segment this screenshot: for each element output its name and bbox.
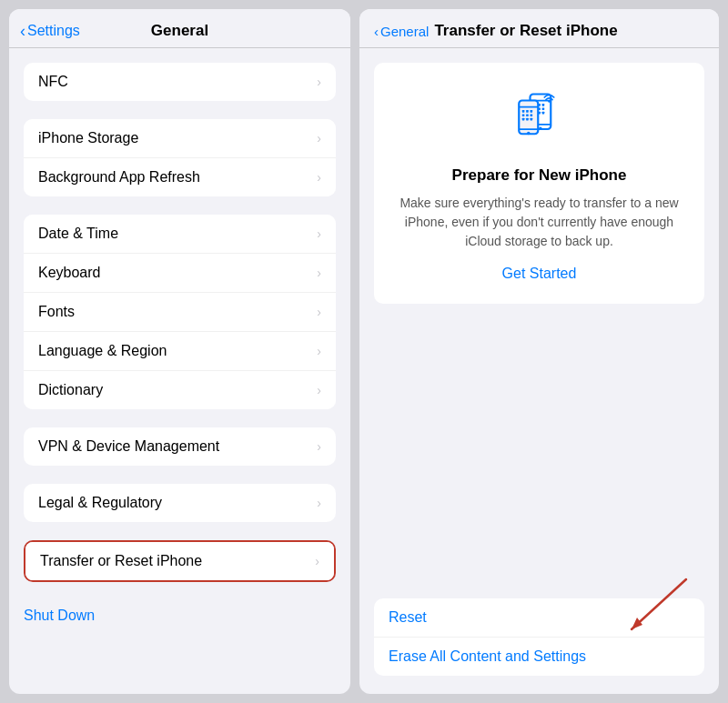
left-nav-title: General <box>151 22 208 40</box>
vpn-label: VPN & Device Management <box>38 438 219 455</box>
vpn-item[interactable]: VPN & Device Management › <box>24 427 336 466</box>
legal-item[interactable]: Legal & Regulatory › <box>24 484 336 522</box>
refresh-chevron-icon: › <box>317 170 321 185</box>
red-arrow-indicator <box>613 575 695 638</box>
svg-point-16 <box>527 132 531 136</box>
svg-rect-9 <box>541 107 544 110</box>
back-chevron-icon: ‹ <box>20 23 25 39</box>
iphone-storage-item[interactable]: iPhone Storage › <box>24 119 336 158</box>
settings-list: NFC › iPhone Storage › Background App Re… <box>9 48 350 694</box>
svg-rect-18 <box>526 110 529 113</box>
prepare-card: Prepare for New iPhone Make sure everyth… <box>374 63 704 304</box>
prepare-title: Prepare for New iPhone <box>452 166 627 185</box>
vpn-chevron-icon: › <box>317 439 321 454</box>
back-label: Settings <box>27 23 80 39</box>
svg-rect-12 <box>541 112 544 115</box>
erase-all-item[interactable]: Erase All Content and Settings <box>374 638 704 676</box>
svg-point-26 <box>548 100 551 103</box>
right-panel: ‹ General Transfer or Reset iPhone <box>359 9 719 694</box>
reset-label: Reset <box>389 609 427 625</box>
svg-rect-19 <box>530 110 532 113</box>
background-refresh-item[interactable]: Background App Refresh › <box>24 158 336 196</box>
svg-rect-17 <box>521 110 524 113</box>
keyboard-label: Keyboard <box>38 265 101 281</box>
transfer-chevron-icon: › <box>315 554 319 568</box>
keyboard-chevron-icon: › <box>317 266 321 280</box>
svg-rect-6 <box>541 104 544 106</box>
vpn-group: VPN & Device Management › <box>24 427 336 466</box>
dictionary-chevron-icon: › <box>317 383 321 397</box>
phones-icon <box>508 85 571 148</box>
right-back-chevron-icon: ‹ <box>374 24 379 39</box>
left-panel: ‹ Settings General NFC › iPhone Storage … <box>9 9 350 694</box>
language-region-item[interactable]: Language & Region › <box>24 332 336 371</box>
phone-icon-wrapper <box>508 85 571 152</box>
prepare-description: Make sure everything's ready to transfer… <box>392 194 686 251</box>
settings-back-button[interactable]: ‹ Settings <box>20 23 80 39</box>
svg-rect-22 <box>530 114 532 116</box>
left-nav-bar: ‹ Settings General <box>9 9 350 48</box>
svg-marker-28 <box>632 618 642 629</box>
nfc-group: NFC › <box>24 63 336 101</box>
datetime-chevron-icon: › <box>317 226 321 241</box>
nfc-chevron-icon: › <box>317 75 321 89</box>
background-refresh-label: Background App Refresh <box>38 169 200 186</box>
svg-rect-23 <box>521 118 524 121</box>
svg-rect-25 <box>530 118 532 121</box>
language-chevron-icon: › <box>317 344 321 358</box>
fonts-label: Fonts <box>38 304 75 320</box>
get-started-button[interactable]: Get Started <box>502 266 577 282</box>
right-nav-title: Transfer or Reset iPhone <box>434 22 617 40</box>
erase-all-label: Erase All Content and Settings <box>389 648 586 664</box>
date-time-item[interactable]: Date & Time › <box>24 215 336 254</box>
svg-rect-24 <box>526 118 529 121</box>
legal-label: Legal & Regulatory <box>38 495 162 511</box>
svg-point-3 <box>539 126 542 130</box>
keyboard-item[interactable]: Keyboard › <box>24 254 336 293</box>
nfc-item[interactable]: NFC › <box>24 63 336 101</box>
right-back-label: General <box>380 24 429 39</box>
shutdown-button[interactable]: Shut Down <box>9 600 350 631</box>
dictionary-label: Dictionary <box>38 382 103 398</box>
legal-group: Legal & Regulatory › <box>24 484 336 522</box>
fonts-chevron-icon: › <box>317 305 321 319</box>
legal-chevron-icon: › <box>317 496 321 510</box>
fonts-item[interactable]: Fonts › <box>24 293 336 332</box>
svg-rect-20 <box>521 114 524 116</box>
general-back-button[interactable]: ‹ General <box>374 24 429 39</box>
svg-rect-21 <box>526 114 529 116</box>
bottom-section-wrapper: Reset Erase All Content and Settings <box>374 598 704 679</box>
nfc-label: NFC <box>38 74 68 90</box>
iphone-storage-label: iPhone Storage <box>38 130 138 146</box>
spacer <box>374 318 704 584</box>
storage-chevron-icon: › <box>317 131 321 146</box>
dictionary-item[interactable]: Dictionary › <box>24 371 336 409</box>
storage-group: iPhone Storage › Background App Refresh … <box>24 119 336 196</box>
right-content-area: Prepare for New iPhone Make sure everyth… <box>359 48 719 694</box>
date-time-label: Date & Time <box>38 226 118 242</box>
language-region-label: Language & Region <box>38 343 167 359</box>
transfer-reset-label: Transfer or Reset iPhone <box>40 553 202 569</box>
right-nav-bar: ‹ General Transfer or Reset iPhone <box>359 9 719 48</box>
transfer-group: Transfer or Reset iPhone › <box>24 540 336 582</box>
locale-group: Date & Time › Keyboard › Fonts › Languag… <box>24 215 336 409</box>
transfer-reset-item[interactable]: Transfer or Reset iPhone › <box>25 542 334 580</box>
